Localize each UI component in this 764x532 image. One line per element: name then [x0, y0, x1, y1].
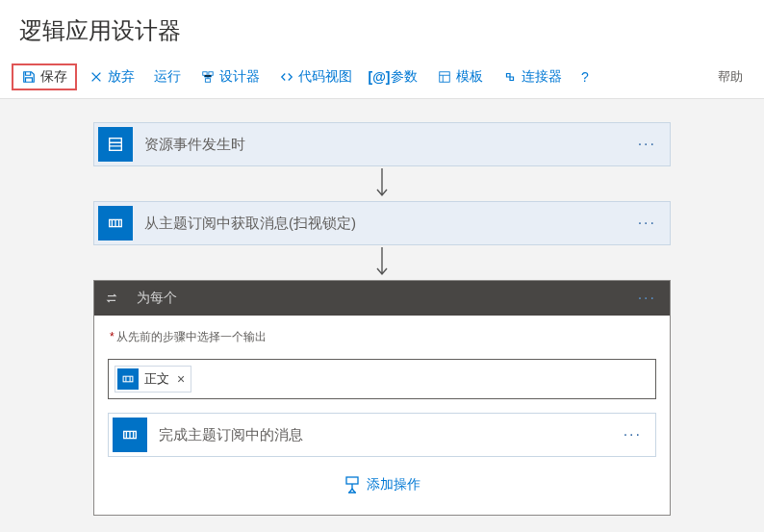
foreach-more-icon[interactable]: ··· [624, 290, 670, 307]
token-body[interactable]: 正文 × [115, 366, 191, 393]
svg-rect-1 [209, 72, 213, 76]
trigger-title: 资源事件发生时 [137, 126, 624, 164]
code-view-button[interactable]: 代码视图 [271, 64, 360, 89]
field-label-text: 从先前的步骤中选择一个输出 [116, 330, 267, 343]
run-button[interactable]: 运行 [146, 64, 189, 89]
required-mark: * [110, 330, 115, 343]
discard-label: 放弃 [108, 68, 135, 86]
service-bus-icon [113, 418, 147, 452]
save-button[interactable]: 保存 [12, 63, 77, 90]
svg-rect-8 [346, 477, 358, 484]
inner-step-title: 完成主题订阅中的消息 [151, 417, 610, 454]
svg-rect-0 [203, 72, 207, 76]
page-title: 逻辑应用设计器 [0, 0, 764, 58]
run-label: 运行 [154, 68, 181, 86]
templates-button[interactable]: 模板 [429, 64, 491, 89]
close-icon [89, 69, 104, 85]
add-action-label: 添加操作 [367, 476, 420, 494]
parameters-button[interactable]: [@] 参数 [364, 64, 425, 89]
connectors-button[interactable]: 连接器 [495, 64, 570, 89]
token-remove-icon[interactable]: × [175, 371, 185, 387]
step2-more-icon[interactable]: ··· [624, 215, 670, 232]
at-icon: [@] [371, 69, 387, 85]
foreach-header[interactable]: 为每个 ··· [94, 281, 670, 316]
inner-step-more-icon[interactable]: ··· [610, 426, 655, 443]
loop-icon [94, 281, 129, 316]
save-label: 保存 [40, 68, 67, 86]
templates-icon [437, 69, 452, 85]
foreach-input[interactable]: 正文 × [108, 359, 656, 399]
arrow-icon [373, 245, 391, 280]
step2-title: 从主题订阅中获取消息(扫视锁定) [137, 205, 624, 242]
svg-rect-6 [123, 376, 133, 382]
arrow-icon [373, 166, 391, 201]
inner-step-card[interactable]: 完成主题订阅中的消息 ··· [108, 413, 656, 457]
svg-rect-2 [205, 79, 210, 83]
token-label: 正文 [144, 370, 169, 388]
svg-rect-3 [440, 72, 450, 83]
service-bus-icon [98, 206, 133, 241]
connectors-icon [502, 69, 518, 85]
trigger-card[interactable]: 资源事件发生时 ··· [93, 122, 671, 166]
toolbar: 保存 放弃 运行 设计器 代码视图 [@] 参数 模板 连接器 [0, 58, 764, 99]
designer-canvas: 资源事件发生时 ··· 从主题订阅中获取消息(扫视锁定) ··· 为每个 ··· [0, 99, 764, 532]
code-view-label: 代码视图 [298, 68, 352, 86]
templates-label: 模板 [456, 68, 483, 86]
code-icon [279, 69, 294, 85]
token-service-bus-icon [117, 368, 139, 390]
foreach-title: 为每个 [129, 281, 624, 316]
add-action-button[interactable]: 添加操作 [344, 470, 420, 497]
save-icon [21, 69, 37, 85]
add-step-icon [344, 476, 361, 494]
discard-button[interactable]: 放弃 [81, 64, 142, 89]
step-card-get-messages[interactable]: 从主题订阅中获取消息(扫视锁定) ··· [93, 201, 671, 245]
svg-rect-4 [110, 139, 122, 151]
help-mark-button[interactable]: ? [573, 65, 597, 89]
parameters-label: 参数 [391, 68, 418, 86]
foreach-field-label: *从先前的步骤中选择一个输出 [108, 329, 267, 345]
foreach-container: 为每个 ··· *从先前的步骤中选择一个输出 正文 × [93, 280, 671, 516]
help-mark-label: ? [581, 69, 589, 85]
designer-label: 设计器 [219, 68, 260, 86]
designer-button[interactable]: 设计器 [192, 64, 267, 89]
designer-icon [200, 69, 216, 85]
event-grid-icon [98, 127, 133, 162]
connectors-label: 连接器 [522, 68, 562, 86]
help-link[interactable]: 帮助 [718, 68, 752, 86]
trigger-more-icon[interactable]: ··· [624, 136, 670, 153]
